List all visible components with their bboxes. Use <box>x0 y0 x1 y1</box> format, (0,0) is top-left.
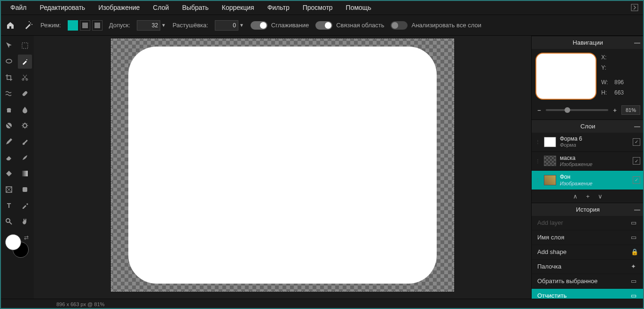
history-item[interactable]: Палочка ✦ <box>532 260 644 274</box>
zoom-in-button[interactable]: + <box>611 107 619 114</box>
nav-thumbnail[interactable] <box>535 53 597 100</box>
tolerance-input[interactable] <box>137 20 160 31</box>
antialias-label: Сглаживание <box>271 22 309 29</box>
swap-colors-icon[interactable]: ⇄ <box>24 234 29 241</box>
visibility-checkbox[interactable]: ✓ <box>633 176 640 184</box>
all-layers-toggle[interactable] <box>391 21 408 30</box>
menu-file[interactable]: Файл <box>4 1 33 14</box>
mode-add-selection[interactable] <box>80 20 90 31</box>
liquify-tool[interactable] <box>2 87 16 101</box>
magic-wand-tool-icon[interactable] <box>23 20 34 31</box>
history-panel-header: История — <box>532 203 644 216</box>
menu-image[interactable]: Изображение <box>92 1 146 14</box>
minimize-icon[interactable]: — <box>634 39 640 46</box>
path-tool[interactable] <box>18 182 32 197</box>
nav-w-label: W: <box>601 78 611 88</box>
eyedropper-tool[interactable] <box>18 198 32 213</box>
antialias-toggle[interactable] <box>251 21 267 30</box>
clipboard-icon: ▭ <box>631 234 638 241</box>
gradient-tool[interactable] <box>18 166 32 181</box>
svg-point-2 <box>31 24 32 25</box>
history-item[interactable]: Обратить выбранное ▭ <box>532 274 644 289</box>
svg-rect-0 <box>631 4 638 11</box>
clone-tool[interactable] <box>2 103 16 117</box>
feather-input[interactable] <box>215 20 238 31</box>
menu-edit[interactable]: Редактировать <box>33 1 92 14</box>
crop-tool[interactable] <box>2 71 16 85</box>
mode-label: Режим: <box>40 22 61 29</box>
svg-point-1 <box>30 23 31 24</box>
mode-swatches <box>68 20 102 31</box>
wand-icon: ✦ <box>631 263 638 270</box>
layers-panel-header: Слои — <box>532 119 644 133</box>
drag-handle-icon[interactable]: ⋮ <box>535 158 540 164</box>
history-item[interactable]: Add layer ▭ <box>532 216 644 230</box>
canvas-area[interactable] <box>34 36 531 299</box>
text-tool[interactable]: T <box>2 198 16 213</box>
nav-panel-header: Навигации — <box>532 36 644 49</box>
layer-row[interactable]: ⋮ Форма 6 Форма ✓ <box>532 133 644 152</box>
layer-thumbnail[interactable] <box>544 156 556 166</box>
foreground-color[interactable] <box>5 234 21 250</box>
heal-tool[interactable] <box>18 87 32 101</box>
menu-filter[interactable]: Фильтр <box>261 1 296 14</box>
visibility-checkbox[interactable]: ✓ <box>633 157 640 165</box>
layer-row[interactable]: ⋮ Фон Изображение ✓ <box>532 171 644 190</box>
history-item[interactable]: Отчистить ▭ <box>532 289 644 299</box>
wand-tool[interactable] <box>18 55 32 69</box>
blur-tool[interactable] <box>18 103 32 117</box>
mode-new-selection[interactable] <box>68 20 78 31</box>
menu-select[interactable]: Выбрать <box>175 1 215 14</box>
brush-tool[interactable] <box>18 135 32 149</box>
expand-right-icon[interactable] <box>629 2 640 13</box>
menu-view[interactable]: Просмотр <box>296 1 339 14</box>
layer-thumbnail[interactable] <box>544 175 556 185</box>
history-label: Обратить выбранное <box>537 277 597 285</box>
visibility-checkbox[interactable]: ✓ <box>633 138 640 146</box>
layer-type: Изображение <box>560 181 629 187</box>
minimize-icon[interactable]: — <box>634 206 640 213</box>
zoom-tool[interactable] <box>2 214 16 229</box>
home-icon[interactable] <box>5 20 16 31</box>
move-tool[interactable] <box>2 39 16 53</box>
drag-handle-icon[interactable]: ⋮ <box>535 177 540 182</box>
zoom-value-input[interactable] <box>621 105 640 115</box>
menu-help[interactable]: Помощь <box>339 1 378 14</box>
add-layer-icon[interactable]: + <box>586 193 590 200</box>
layer-up-icon[interactable]: ∧ <box>573 193 578 200</box>
layers-panel-title: Слои <box>581 123 596 130</box>
cut-tool[interactable] <box>18 71 32 85</box>
color-well[interactable]: ⇄ <box>5 234 29 258</box>
chevron-down-icon[interactable]: ▼ <box>161 23 166 28</box>
lasso-tool[interactable] <box>2 55 16 69</box>
menu-bar: Файл Редактировать Изображение Слой Выбр… <box>0 0 644 15</box>
marquee-icon: ▭ <box>631 277 638 285</box>
nav-y-label: Y: <box>601 63 611 73</box>
hand-tool[interactable] <box>18 214 32 229</box>
mode-subtract-selection[interactable] <box>92 20 102 31</box>
drag-handle-icon[interactable]: ⋮ <box>535 139 540 144</box>
minimize-icon[interactable]: — <box>634 123 640 130</box>
eraser-tool[interactable] <box>2 151 16 165</box>
fill-tool[interactable] <box>2 166 16 181</box>
menu-layer[interactable]: Слой <box>146 1 175 14</box>
layer-row[interactable]: ⋮ маска Изображение ✓ <box>532 152 644 171</box>
history-item[interactable]: Имя слоя ▭ <box>532 230 644 245</box>
layer-thumbnail[interactable] <box>544 137 556 147</box>
history-item[interactable]: Add shape 🔒 <box>532 245 644 260</box>
smudge-tool[interactable] <box>18 151 32 165</box>
canvas[interactable] <box>111 39 454 292</box>
menu-adjust[interactable]: Коррекция <box>215 1 261 14</box>
marquee-tool[interactable] <box>18 39 32 53</box>
sponge-tool[interactable] <box>18 119 32 133</box>
zoom-out-button[interactable]: − <box>535 107 543 114</box>
pencil-tool[interactable] <box>2 135 16 149</box>
contiguous-toggle[interactable] <box>315 21 332 30</box>
tolerance-label: Допуск: <box>109 22 130 29</box>
shape-tool[interactable] <box>2 182 16 197</box>
zoom-slider[interactable] <box>546 109 608 111</box>
dodge-tool[interactable] <box>2 119 16 133</box>
chevron-down-icon[interactable]: ▼ <box>239 23 244 28</box>
layer-down-icon[interactable]: ∨ <box>598 193 603 200</box>
nav-h-label: H: <box>601 88 611 98</box>
